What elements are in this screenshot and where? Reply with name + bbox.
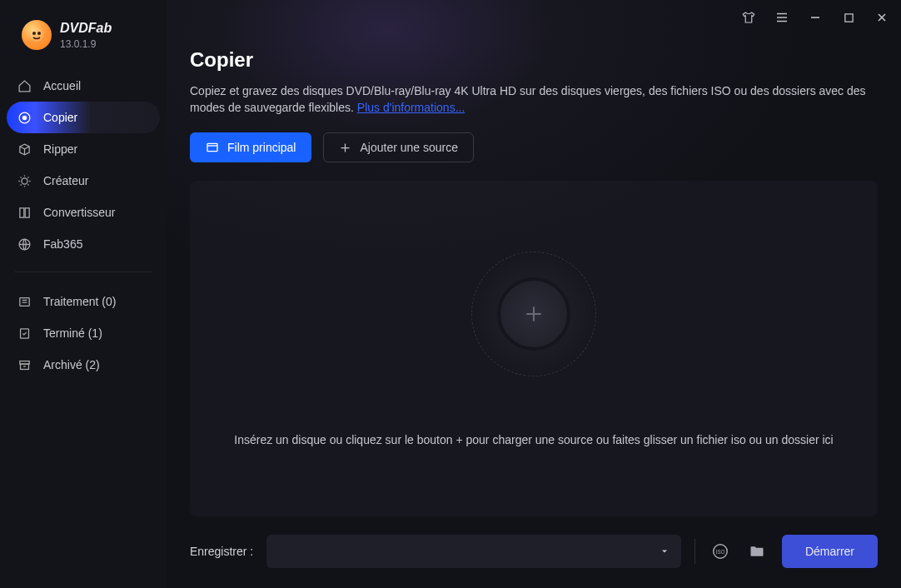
- menu-icon[interactable]: [774, 10, 789, 25]
- sidebar-item-label: Traitement (0): [43, 295, 116, 308]
- dropzone-text: Insérez un disque ou cliquez sur le bout…: [217, 433, 849, 446]
- iso-button[interactable]: ISO: [709, 540, 732, 563]
- dropzone[interactable]: Insérez un disque ou cliquez sur le bout…: [190, 181, 878, 516]
- archive-icon: [17, 357, 32, 372]
- nav-main: Accueil Copier Ripper Créateur Convertis…: [0, 65, 167, 260]
- sidebar-item-label: Créateur: [43, 174, 88, 187]
- add-source-button[interactable]: Ajouter une source: [323, 132, 474, 162]
- page-description: Copiez et gravez des disques DVD/Blu-ray…: [190, 83, 873, 116]
- more-info-link[interactable]: Plus d'informations...: [357, 101, 465, 114]
- titlebar: [167, 0, 901, 35]
- folder-button[interactable]: [745, 540, 769, 563]
- svg-point-2: [37, 32, 41, 35]
- queue-icon: [17, 294, 32, 309]
- app-version: 13.0.1.9: [60, 38, 112, 50]
- nav-status: Traitement (0) Terminé (1) Archivé (2): [0, 281, 167, 381]
- disc-icon: [17, 110, 32, 125]
- sun-icon: [17, 173, 32, 188]
- box-icon: [17, 142, 32, 157]
- sidebar-item-createur[interactable]: Créateur: [7, 165, 160, 197]
- svg-point-4: [22, 116, 26, 119]
- sidebar-item-copier[interactable]: Copier: [7, 102, 160, 133]
- page-title: Copier: [190, 48, 878, 72]
- sidebar-item-label: Terminé (1): [43, 326, 102, 340]
- sidebar-item-label: Convertisseur: [43, 206, 115, 219]
- minimize-button[interactable]: [808, 10, 823, 25]
- close-button[interactable]: [874, 10, 889, 25]
- button-label: Film principal: [227, 141, 296, 154]
- dropzone-graphic: [471, 252, 596, 376]
- logo-block: DVDFab 13.0.1.9: [0, 8, 167, 65]
- sidebar-item-label: Ripper: [43, 142, 77, 156]
- sidebar-item-termine[interactable]: Terminé (1): [7, 317, 160, 349]
- action-buttons: Film principal Ajouter une source: [190, 132, 878, 162]
- svg-point-0: [30, 28, 43, 42]
- sidebar-item-ripper[interactable]: Ripper: [7, 133, 160, 165]
- convert-icon: [17, 205, 32, 220]
- app-logo: [22, 20, 52, 50]
- start-button[interactable]: Démarrer: [782, 535, 878, 568]
- svg-point-1: [32, 32, 36, 35]
- sidebar-divider: [15, 272, 152, 272]
- main-movie-button[interactable]: Film principal: [190, 132, 311, 162]
- svg-rect-9: [19, 297, 28, 306]
- svg-rect-13: [844, 13, 852, 21]
- sidebar-item-fab365[interactable]: Fab365: [7, 228, 160, 260]
- button-label: Démarrer: [805, 545, 854, 558]
- app-name: DVDFab: [60, 21, 112, 36]
- content: Copier Copiez et gravez des disques DVD/…: [167, 35, 901, 516]
- sidebar-item-archive[interactable]: Archivé (2): [7, 349, 160, 381]
- sidebar-item-accueil[interactable]: Accueil: [7, 70, 160, 102]
- sidebar: DVDFab 13.0.1.9 Accueil Copier Ripper Cr…: [0, 0, 167, 588]
- chevron-down-icon: [660, 546, 670, 556]
- sidebar-item-traitement[interactable]: Traitement (0): [7, 286, 160, 317]
- footer-divider: [694, 539, 695, 564]
- home-icon: [17, 78, 32, 93]
- sidebar-item-label: Copier: [43, 111, 77, 124]
- sidebar-item-label: Accueil: [43, 79, 81, 92]
- sidebar-item-label: Fab365: [43, 237, 82, 251]
- footer: Enregistrer : ISO Démarrer: [167, 516, 901, 588]
- svg-point-5: [21, 177, 27, 183]
- dropzone-ring: [471, 252, 596, 376]
- button-label: Ajouter une source: [360, 141, 458, 154]
- maximize-button[interactable]: [841, 10, 856, 25]
- main-panel: Copier Copiez et gravez des disques DVD/…: [167, 0, 901, 588]
- svg-rect-14: [207, 144, 217, 152]
- save-path-dropdown[interactable]: [266, 535, 681, 568]
- svg-rect-7: [25, 207, 29, 217]
- plus-icon: [339, 142, 351, 154]
- svg-rect-6: [19, 207, 23, 217]
- checklist-icon: [17, 326, 32, 341]
- mode-icon: [206, 141, 219, 154]
- sidebar-item-convertisseur[interactable]: Convertisseur: [7, 197, 160, 228]
- svg-text:ISO: ISO: [715, 549, 724, 555]
- save-to-label: Enregistrer :: [190, 545, 253, 558]
- tshirt-icon[interactable]: [741, 10, 756, 25]
- sidebar-item-label: Archivé (2): [43, 358, 100, 371]
- globe-icon: [17, 237, 32, 252]
- description-text: Copiez et gravez des disques DVD/Blu-ray…: [190, 84, 866, 114]
